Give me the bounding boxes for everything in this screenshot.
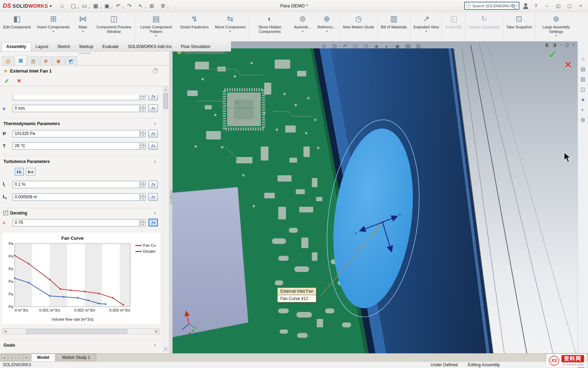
turbulence-intensity-fx-button[interactable]: ƒx — [148, 180, 158, 188]
model-tab[interactable]: Model — [31, 354, 55, 361]
document-window-button[interactable]: – — [560, 42, 562, 47]
panel-ok-button[interactable]: ✓ — [4, 77, 9, 85]
view-tool-button[interactable]: ◉ — [393, 42, 402, 50]
derating-factor-spinner[interactable] — [140, 219, 146, 226]
scrollbar-thumb[interactable] — [26, 329, 128, 334]
velocity-spinner[interactable] — [140, 104, 146, 112]
view-tool-button[interactable]: ◳ — [362, 42, 370, 50]
toolbar-button[interactable]: ⌂ — [58, 1, 67, 11]
derating-checkbox[interactable] — [4, 211, 8, 215]
clipped-fx-button[interactable]: ƒx — [148, 95, 158, 100]
confirm-ok-button[interactable]: ✓ — [548, 48, 557, 61]
expand-goals-button[interactable] — [152, 343, 159, 347]
document-window-button[interactable]: × — [572, 42, 575, 47]
view-tool-button[interactable]: ⊡ — [330, 42, 339, 50]
turbulence-length-fx-button[interactable]: ƒx — [148, 193, 158, 201]
model-tab-nav-button[interactable]: › — [16, 354, 22, 361]
ribbon-command[interactable]: ◷ New Motion Study — [340, 12, 378, 41]
ribbon-command[interactable]: ▤ Linear Component Pattern — [135, 12, 177, 41]
splitter-collapse-handle[interactable]: ◂ — [170, 190, 173, 205]
panel-grip[interactable] — [0, 52, 169, 55]
ribbon-command[interactable]: ⊞ Insert Components — [34, 12, 73, 41]
minimize-button[interactable]: – — [543, 3, 551, 8]
turbulence-intensity-spinner[interactable] — [140, 180, 146, 188]
manager-tab[interactable]: ▥ — [27, 56, 39, 65]
collapse-derating-button[interactable] — [152, 211, 159, 215]
task-pane-button[interactable]: ◐ — [581, 107, 584, 112]
panel-splitter[interactable]: ◂ — [170, 52, 173, 353]
model-tab-nav-button[interactable]: « — [1, 354, 8, 361]
temperature-input[interactable]: 26 °C — [13, 142, 140, 150]
task-pane-button[interactable]: ▤ — [580, 66, 585, 71]
document-window-button[interactable]: ◱ — [565, 42, 569, 47]
ribbon-command[interactable]: ⊛ Large Assembly Settings — [535, 12, 577, 41]
document-window-button[interactable]: ◧ — [545, 42, 549, 47]
ribbon-tab[interactable]: Assembly — [1, 42, 31, 51]
scrollbar-thumb[interactable] — [163, 93, 168, 109]
pressure-fx-button[interactable]: ƒx — [148, 130, 158, 137]
ribbon-command[interactable]: ↯ Smart Fasteners — [177, 12, 212, 41]
ribbon-command[interactable]: ⋈ Mate — [73, 12, 93, 41]
task-pane-button[interactable]: ▥ — [580, 76, 585, 82]
manager-tab[interactable]: ⊕ — [40, 56, 52, 65]
turbulence-length-spinner[interactable] — [140, 193, 146, 201]
model-tab[interactable]: Motion Study 1 — [56, 354, 96, 361]
temperature-spinner[interactable] — [140, 142, 146, 150]
collapse-turbulence-button[interactable] — [152, 159, 159, 164]
panel-help-button[interactable]: ? — [153, 68, 158, 74]
view-tool-button[interactable]: ◈ — [372, 42, 381, 50]
task-pane-button[interactable]: ● — [581, 97, 584, 102]
turbulence-mode-button[interactable]: I-L — [15, 168, 24, 176]
velocity-input[interactable]: 0 m/s — [13, 105, 140, 112]
panel-vertical-scrollbar[interactable]: ▴ ▾ — [163, 87, 169, 352]
scroll-up-icon[interactable]: ▴ — [163, 87, 168, 92]
document-window-button[interactable]: ◨ — [553, 42, 556, 47]
ribbon-tab[interactable]: Evaluate — [98, 42, 123, 51]
ribbon-command[interactable]: ↗ Exploded View — [411, 12, 443, 41]
search-icon[interactable] — [511, 4, 514, 7]
view-tool-button[interactable]: ↶ — [341, 42, 349, 50]
ribbon-command[interactable]: ◫ Component Preview Window — [93, 12, 135, 41]
manager-tab[interactable]: ▦ — [15, 55, 27, 65]
view-tool-button[interactable]: ⊙ — [320, 42, 328, 50]
close-button[interactable]: × — [577, 3, 584, 8]
clipped-spinner[interactable] — [140, 95, 146, 100]
ribbon-tab[interactable]: Markup — [75, 42, 98, 51]
toolbar-button[interactable]: ↷ — [125, 1, 134, 11]
restore-button[interactable]: ◱ — [554, 3, 562, 8]
toolbar-button[interactable]: ▣ — [103, 1, 112, 11]
manager-tab[interactable]: ▤ — [2, 56, 14, 65]
scroll-right-icon[interactable]: ▸ — [154, 329, 160, 334]
maximize-button[interactable]: ▢ — [566, 3, 573, 8]
menu-expander-icon[interactable]: ▸ — [50, 4, 52, 8]
fan-callout[interactable]: External Inlet Fan Fan Curve 412 — [277, 287, 316, 302]
derating-factor-input[interactable]: 0.75 — [13, 219, 140, 226]
toolbar-button[interactable]: ↶ — [114, 1, 123, 11]
turbulence-length-input[interactable]: 0.000508 m — [13, 193, 140, 201]
toolbar-button[interactable]: ⊞ — [147, 1, 156, 11]
model-tab-nav-button[interactable]: ‹ — [8, 354, 15, 361]
turbulence-intensity-input[interactable]: 0.1 % — [13, 181, 140, 188]
help-search-box[interactable]: ? Search SOLIDWORKS Help — [464, 2, 519, 10]
confirm-cancel-button[interactable]: ✕ — [564, 60, 572, 70]
turbulence-mode-button[interactable]: k-ε — [26, 168, 35, 176]
task-pane-button[interactable]: ⊞ — [581, 117, 585, 122]
scroll-down-icon[interactable]: ▾ — [163, 346, 168, 352]
chart-horizontal-scrollbar[interactable]: ◂ ▸ — [2, 328, 160, 334]
search-input[interactable]: Search SOLIDWORKS Help — [472, 4, 511, 8]
pressure-spinner[interactable] — [140, 130, 146, 137]
view-tool-button[interactable]: ▨ — [404, 42, 412, 50]
temperature-fx-button[interactable]: ƒx — [148, 142, 158, 150]
ribbon-tab[interactable]: Flow Simulation — [176, 42, 215, 51]
manager-tab[interactable]: ◉ — [52, 56, 64, 65]
ribbon-command[interactable]: ⊚ Assemb... — [291, 12, 314, 41]
toolbar-button[interactable]: ▭ — [80, 1, 89, 11]
toolbar-button[interactable]: ▦ — [91, 1, 100, 11]
ribbon-tab[interactable]: SOLIDWORKS Add-Ins — [123, 42, 176, 51]
view-tool-button[interactable]: ⊟ — [414, 42, 423, 50]
ribbon-command[interactable]: ◐ Show Hidden Components — [249, 12, 291, 41]
model-tab-nav-button[interactable]: » — [23, 354, 30, 361]
help-button[interactable]: ? — [532, 3, 540, 8]
ribbon-command[interactable]: ◧ Edit Component — [0, 12, 34, 41]
view-tool-button[interactable]: ◫ — [351, 42, 360, 50]
